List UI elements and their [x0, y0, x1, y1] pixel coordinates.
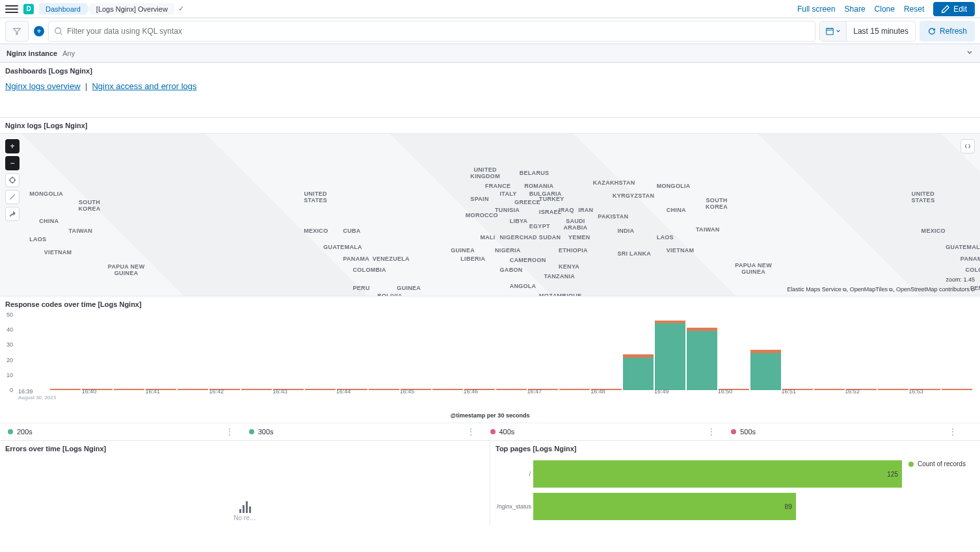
instance-filter-expand[interactable]: [966, 49, 973, 58]
bar-column[interactable]: [337, 316, 367, 390]
map-country-label: GUINEA: [451, 247, 475, 254]
x-tick: 16:48: [590, 388, 654, 401]
top-pages-chart[interactable]: /125/nginx_status89: [497, 460, 902, 525]
time-picker[interactable]: Last 15 minutes: [819, 21, 916, 42]
y-tick: 50: [7, 311, 13, 318]
map-country-label: UNITED KINGDOM: [470, 166, 500, 179]
map-country-label: MALI: [480, 234, 495, 241]
map-country-label: PANAMA: [960, 256, 980, 262]
map-zoom-in[interactable]: +: [5, 139, 20, 153]
top-pages-legend-label: Count of records: [918, 460, 966, 467]
bar-column[interactable]: [114, 316, 144, 390]
bar-column[interactable]: [209, 316, 240, 390]
map-attr-osm[interactable]: OpenStreetMap contributors⧉: [896, 286, 975, 293]
bar-column[interactable]: [528, 316, 559, 390]
legend-item-menu[interactable]: ⋮: [464, 427, 477, 436]
fullscreen-button[interactable]: Full screen: [797, 5, 836, 14]
legend-item[interactable]: 200s: [8, 428, 223, 436]
kql-search-input[interactable]: [67, 27, 810, 36]
bar-column[interactable]: [942, 316, 972, 390]
bar-column[interactable]: [401, 316, 431, 390]
bar-column[interactable]: [910, 316, 940, 390]
x-tick: 16:47: [527, 388, 590, 401]
map-country-label: SAUDI ARABIA: [564, 218, 588, 231]
bar-column[interactable]: [369, 316, 399, 390]
map-country-label: ITALY: [500, 191, 517, 197]
dashboards-panel-title: Dashboards [Logs Nginx]: [0, 63, 980, 79]
map-tools[interactable]: [5, 190, 20, 204]
map-country-label: PAPUA NEW GUINEA: [108, 263, 145, 276]
map-attr-omt[interactable]: OpenMapTiles⧉: [850, 286, 893, 293]
map-country-label: GUATEMALA: [946, 244, 980, 250]
bar-column[interactable]: [82, 316, 113, 390]
map-country-label: TAIWAN: [68, 228, 92, 234]
top-pages-row[interactable]: /125: [497, 460, 902, 488]
map-country-label: BELARUS: [520, 170, 550, 176]
clone-button[interactable]: Clone: [875, 5, 895, 14]
bar-column[interactable]: [719, 316, 749, 390]
legend-item-menu[interactable]: ⋮: [223, 427, 236, 436]
map-layers[interactable]: [5, 207, 20, 221]
legend-item[interactable]: 300s: [249, 428, 464, 436]
legend-item-menu[interactable]: ⋮: [946, 427, 959, 436]
top-pages-legend-item[interactable]: Count of records: [908, 460, 973, 467]
map-country-label: CHINA: [667, 207, 686, 213]
legend-label: 500s: [740, 428, 756, 436]
time-range-label[interactable]: Last 15 minutes: [847, 27, 915, 36]
share-button[interactable]: Share: [845, 5, 866, 14]
bar-column[interactable]: [750, 316, 781, 390]
add-filter-button[interactable]: +: [34, 26, 44, 36]
bar-column[interactable]: [878, 316, 908, 390]
reset-button[interactable]: Reset: [904, 5, 924, 14]
top-pages-row[interactable]: /nginx_status89: [497, 493, 902, 520]
breadcrumb-current: [Logs Nginx] Overview: [87, 3, 174, 15]
link-nginx-access-error[interactable]: Nginx access and error logs: [92, 81, 196, 91]
breadcrumb: Dashboard [Logs Nginx] Overview: [39, 3, 174, 15]
bar-column[interactable]: [178, 316, 208, 390]
map-country-label: LIBYA: [510, 218, 528, 224]
bar-column[interactable]: [591, 316, 622, 390]
bar-column[interactable]: [464, 316, 495, 390]
space-avatar[interactable]: D: [23, 4, 34, 14]
filter-toggle[interactable]: [5, 21, 29, 42]
legend-item-menu[interactable]: ⋮: [705, 427, 718, 436]
time-picker-quick[interactable]: [820, 21, 847, 41]
map-zoom-out[interactable]: −: [5, 156, 20, 170]
response-codes-chart[interactable]: 01020304050 16:39August 30, 202316:4016:…: [0, 312, 980, 410]
bar-column[interactable]: [241, 316, 272, 390]
bar-column[interactable]: [814, 316, 845, 390]
bar-column[interactable]: [687, 316, 717, 390]
legend-item[interactable]: 500s: [731, 428, 946, 436]
link-nginx-overview[interactable]: Nginx logs overview: [5, 81, 81, 91]
bar-column[interactable]: [18, 316, 49, 390]
map-legend-toggle[interactable]: [960, 139, 975, 153]
map-country-label: UNITED STATES: [304, 191, 327, 204]
bar-column[interactable]: [782, 316, 813, 390]
refresh-button[interactable]: Refresh: [920, 21, 975, 42]
breadcrumb-dashboard[interactable]: Dashboard: [39, 3, 90, 15]
map-country-label: NIGERIA: [495, 247, 521, 254]
instance-filter-value[interactable]: Any: [62, 49, 75, 57]
legend-item[interactable]: 400s: [490, 428, 706, 436]
bar-column[interactable]: [496, 316, 527, 390]
bar-column[interactable]: [305, 316, 336, 390]
bar-column[interactable]: [50, 316, 81, 390]
nav-menu-button[interactable]: [5, 3, 18, 16]
edit-button[interactable]: Edit: [933, 2, 975, 16]
map-fit-bounds[interactable]: [5, 173, 20, 187]
bar-column[interactable]: [655, 316, 685, 390]
bar-column[interactable]: [623, 316, 654, 390]
map-attr-ems[interactable]: Elastic Maps Service⧉: [787, 286, 847, 293]
bar-column[interactable]: [146, 316, 176, 390]
map-country-label: KAZAKHSTAN: [593, 179, 635, 186]
map-country-label: TANZANIA: [544, 273, 575, 280]
bar-column[interactable]: [273, 316, 304, 390]
kql-search[interactable]: [48, 21, 815, 42]
bar-column[interactable]: [432, 316, 463, 390]
top-pages-bar-value: 125: [887, 471, 898, 478]
bar-column[interactable]: [559, 316, 590, 390]
map-country-label: CHINA: [39, 218, 59, 224]
map-panel[interactable]: + − zoom: 1.45 Elastic Maps Service⧉, Op…: [0, 133, 980, 296]
svg-rect-1: [827, 28, 834, 34]
bar-column[interactable]: [846, 316, 877, 390]
